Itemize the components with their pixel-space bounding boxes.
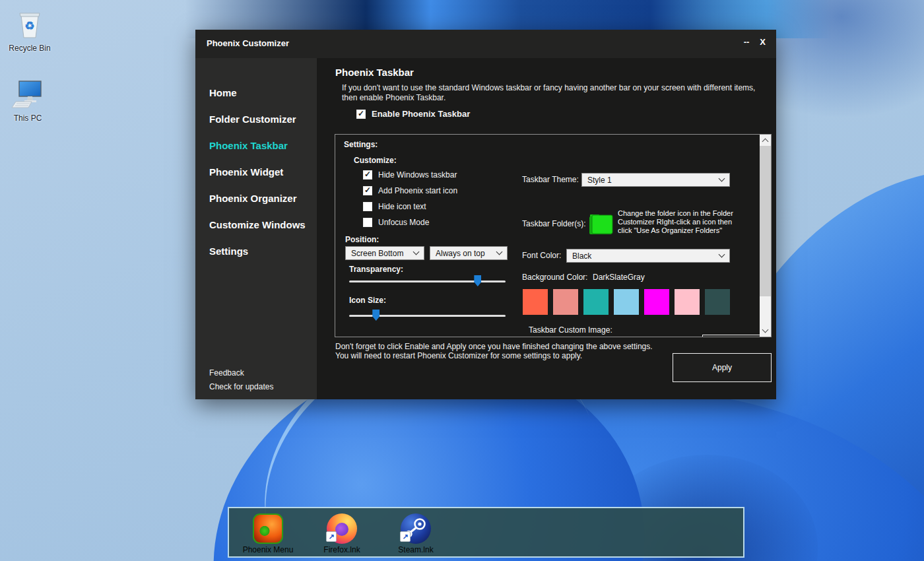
- phoenix-menu-icon: [253, 513, 283, 544]
- window-title: Phoenix Customizer: [207, 38, 289, 48]
- scroll-up-button[interactable]: [760, 135, 771, 146]
- font-color-label: Font Color:: [522, 251, 561, 260]
- note-line1: Don't forget to click Enable and Apply o…: [335, 342, 653, 351]
- page-description-line2: then enable Phoenix Taskbar.: [342, 93, 446, 102]
- unfocus-mode-checkbox[interactable]: Unfocus Mode: [363, 218, 429, 227]
- checkbox-box[interactable]: [363, 186, 372, 195]
- taskbar-item-steam[interactable]: ↗ Steam.lnk: [390, 513, 442, 556]
- close-button[interactable]: X: [760, 37, 766, 47]
- checkbox-label: Enable Phoenix Taskbar: [372, 109, 470, 119]
- dropdown-value: Black: [572, 251, 719, 261]
- check-for-updates-link[interactable]: Check for updates: [209, 382, 273, 391]
- taskbar-item-label: Firefox.lnk: [323, 545, 360, 554]
- chevron-down-icon: [413, 249, 420, 255]
- sidebar-item-folder-customizer[interactable]: Folder Customizer: [209, 114, 296, 125]
- dropdown-value: Always on top: [436, 249, 497, 258]
- customize-label: Customize:: [354, 156, 397, 165]
- scroll-down-button[interactable]: [760, 325, 771, 337]
- taskbar-item-label: Steam.lnk: [398, 545, 433, 554]
- position-label: Position:: [345, 235, 379, 244]
- slider-track[interactable]: [349, 280, 506, 282]
- shortcut-arrow-icon: ↗: [326, 531, 337, 542]
- phoenix-taskbar: Phoenix Menu ↗ Firefox.lnk ↗ Steam.lnk: [228, 507, 744, 558]
- desktop-icon-label: Recycle Bin: [4, 44, 55, 53]
- checkbox-box[interactable]: [363, 202, 372, 211]
- sidebar-item-settings[interactable]: Settings: [209, 246, 248, 257]
- taskbar-custom-image-label: Taskbar Custom Image:: [529, 325, 612, 335]
- icon-size-slider[interactable]: [349, 310, 506, 321]
- taskbar-item-firefox[interactable]: ↗ Firefox.lnk: [316, 513, 368, 556]
- sidebar-item-home[interactable]: Home: [209, 87, 237, 98]
- color-swatch-tomato[interactable]: [523, 289, 548, 315]
- checkbox-label: Hide Windows taskbar: [378, 170, 457, 180]
- folder-hint-line3: click "Use As Organizer Folders": [618, 226, 722, 234]
- color-swatch-magenta[interactable]: [644, 289, 669, 315]
- font-color-dropdown[interactable]: Black: [566, 249, 730, 263]
- desktop: ♻ Recycle Bin This PC Phoenix Customizer…: [0, 0, 924, 561]
- green-folder-icon[interactable]: [588, 211, 613, 236]
- background-color-label: Background Color:: [522, 273, 587, 282]
- hide-windows-taskbar-checkbox[interactable]: Hide Windows taskbar: [363, 170, 457, 180]
- settings-label: Settings:: [344, 140, 378, 149]
- checkbox-label: Hide icon text: [378, 202, 426, 211]
- color-swatch-salmon[interactable]: [553, 289, 578, 315]
- sidebar-item-phoenix-taskbar[interactable]: Phoenix Taskbar: [209, 140, 288, 151]
- transparency-label: Transparency:: [349, 265, 403, 274]
- checkbox-box[interactable]: [363, 170, 372, 180]
- slider-thumb[interactable]: [372, 310, 380, 321]
- desktop-icon-recycle-bin[interactable]: ♻ Recycle Bin: [4, 9, 55, 53]
- dropdown-value: Screen Bottom: [351, 249, 414, 258]
- icon-size-label: Icon Size:: [349, 296, 386, 305]
- color-swatch-lightseagreen[interactable]: [583, 289, 609, 315]
- custom-image-button-partial[interactable]: [702, 335, 762, 337]
- settings-panel: Settings: Customize: Hide Windows taskba…: [335, 134, 772, 337]
- svg-text:♻: ♻: [24, 20, 34, 32]
- desktop-icon-label: This PC: [2, 114, 53, 123]
- apply-button[interactable]: Apply: [673, 353, 772, 382]
- note-line2: You will need to restart Phoenix Customi…: [335, 351, 582, 360]
- add-phoenix-start-icon-checkbox[interactable]: Add Phoenix start icon: [363, 186, 457, 195]
- hide-icon-text-checkbox[interactable]: Hide icon text: [363, 202, 426, 211]
- checkbox-label: Unfocus Mode: [378, 218, 429, 227]
- scrollbar-thumb[interactable]: [760, 146, 771, 296]
- panel-scrollbar[interactable]: [760, 135, 771, 337]
- phoenix-customizer-window: Phoenix Customizer -- X Home Folder Cust…: [195, 30, 776, 399]
- title-bar[interactable]: Phoenix Customizer -- X: [195, 30, 776, 58]
- feedback-link[interactable]: Feedback: [209, 368, 244, 378]
- sidebar-item-phoenix-widget[interactable]: Phoenix Widget: [209, 166, 283, 178]
- folder-hint-line2: Customizer RIght-click an icon then: [618, 218, 732, 226]
- main-content: Phoenix Taskbar If you don't want to use…: [317, 58, 776, 399]
- recycle-bin-icon: ♻: [15, 9, 44, 40]
- sidebar-item-customize-windows[interactable]: Customize Windows: [209, 219, 306, 230]
- color-swatch-skyblue[interactable]: [614, 289, 639, 315]
- transparency-slider[interactable]: [349, 275, 506, 287]
- checkbox-box[interactable]: [363, 218, 372, 227]
- dropdown-value: Style 1: [587, 176, 719, 185]
- checkbox-label: Add Phoenix start icon: [378, 186, 457, 195]
- page-title: Phoenix Taskbar: [335, 67, 414, 78]
- chevron-down-icon: [496, 249, 503, 255]
- sidebar-item-phoenix-organizer[interactable]: Phoenix Organizer: [209, 193, 297, 204]
- always-on-top-dropdown[interactable]: Always on top: [430, 246, 508, 260]
- sidebar: Home Folder Customizer Phoenix Taskbar P…: [195, 58, 317, 399]
- enable-phoenix-taskbar-checkbox[interactable]: Enable Phoenix Taskbar: [356, 109, 470, 119]
- shortcut-arrow-icon: ↗: [400, 531, 411, 542]
- taskbar-theme-label: Taskbar Theme:: [522, 175, 579, 184]
- this-pc-icon: [11, 78, 45, 110]
- page-description-line1: If you don't want to use the standard Wi…: [342, 83, 755, 92]
- chevron-down-icon: [719, 176, 725, 182]
- taskbar-folders-label: Taskbar Folder(s):: [522, 219, 586, 228]
- color-swatch-darkslategray[interactable]: [705, 289, 730, 315]
- taskbar-theme-dropdown[interactable]: Style 1: [581, 173, 730, 187]
- background-color-value: DarkSlateGray: [593, 273, 645, 282]
- minimize-button[interactable]: --: [744, 37, 750, 47]
- checkbox-box[interactable]: [356, 110, 366, 119]
- desktop-icon-this-pc[interactable]: This PC: [2, 78, 53, 123]
- color-swatch-pink[interactable]: [675, 289, 700, 315]
- position-dropdown[interactable]: Screen Bottom: [345, 246, 424, 260]
- folder-hint-line1: Change the folder icon in the Folder: [618, 209, 733, 217]
- taskbar-item-phoenix-menu[interactable]: Phoenix Menu: [242, 513, 294, 556]
- slider-thumb[interactable]: [474, 275, 481, 286]
- chevron-down-icon: [719, 251, 725, 258]
- taskbar-item-label: Phoenix Menu: [243, 545, 294, 554]
